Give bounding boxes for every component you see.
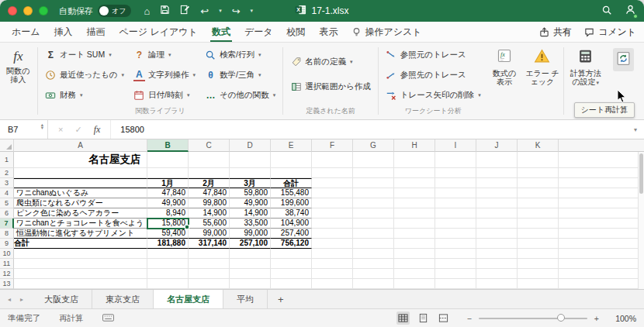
cell-K3[interactable] (518, 178, 559, 188)
math-trig-button[interactable]: θ数学/三角▾ (200, 67, 280, 84)
tab-page-layout[interactable]: ページ レイアウト (113, 22, 205, 42)
show-formulas-button[interactable]: fx 数式の表示 (486, 43, 524, 119)
account-button[interactable] (625, 4, 636, 18)
cell-H13[interactable] (394, 279, 435, 289)
name-box-stepper[interactable]: ▴▾ (41, 123, 43, 129)
cell-D4[interactable]: 59,800 (230, 188, 271, 198)
cell-E10[interactable] (271, 249, 312, 259)
cell-B12[interactable] (147, 269, 189, 279)
zoom-percentage[interactable]: 100% (607, 314, 636, 323)
cell-H5[interactable] (394, 198, 435, 208)
cell-K8[interactable] (518, 229, 559, 239)
cell-K9[interactable] (518, 239, 559, 249)
zoom-slider-knob[interactable] (557, 314, 565, 322)
trace-dependents-button[interactable]: 参照先のトレース (381, 67, 486, 84)
cell-D8[interactable]: 99,000 (230, 229, 271, 239)
row-header-7[interactable]: 7 (0, 219, 14, 229)
trace-precedents-button[interactable]: 参照元のトレース (381, 46, 486, 64)
column-header-H[interactable]: H (394, 139, 435, 152)
cell-H11[interactable] (394, 259, 435, 269)
cell-C5[interactable]: 99,800 (189, 198, 230, 208)
cell-D9[interactable]: 257,100 (230, 239, 271, 249)
column-header-I[interactable]: I (435, 139, 476, 152)
cell-G5[interactable] (353, 198, 394, 208)
name-box[interactable]: B7 ▴▾ (0, 120, 48, 139)
enter-button[interactable]: ✓ (74, 125, 81, 135)
cell-H6[interactable] (394, 208, 435, 219)
tab-tell-me[interactable]: 操作アシスト (345, 22, 428, 42)
create-from-selection-button[interactable]: 選択範囲から作成 (286, 77, 376, 95)
insert-function-fx-button[interactable]: fx (94, 123, 101, 136)
cell-D11[interactable] (230, 259, 271, 269)
cell-I2[interactable] (435, 168, 476, 178)
datetime-button[interactable]: 日付/時刻▾ (129, 87, 200, 105)
financial-button[interactable]: 財務▾ (40, 87, 129, 105)
cell-D1[interactable] (230, 152, 271, 168)
cell-J12[interactable] (476, 269, 518, 279)
cell-F5[interactable] (312, 198, 353, 208)
cell-B2[interactable] (147, 168, 189, 178)
status-calculate[interactable]: 再計算 (59, 313, 84, 324)
cell-H4[interactable] (394, 188, 435, 198)
cancel-button[interactable]: × (58, 125, 63, 134)
cell-K7[interactable] (518, 219, 559, 229)
cell-H7[interactable] (394, 219, 435, 229)
cell-K12[interactable] (518, 269, 559, 279)
cell-J4[interactable] (476, 188, 518, 198)
remove-arrows-button[interactable]: トレース矢印の削除▾ (381, 87, 486, 105)
cell-B10[interactable] (147, 249, 189, 259)
row-header-1[interactable]: 1 (0, 152, 14, 168)
cell-G10[interactable] (353, 249, 394, 259)
cell-C7[interactable]: 55,600 (189, 219, 230, 229)
sheet-tab-tokyo[interactable]: 東京支店 (92, 290, 154, 308)
cell-H2[interactable] (394, 168, 435, 178)
cell-C2[interactable] (189, 168, 230, 178)
cell-F2[interactable] (312, 168, 353, 178)
cell-A4[interactable]: ワニchanぬいぐるみ (14, 188, 147, 198)
cell-H3[interactable] (394, 178, 435, 188)
cell-F9[interactable] (312, 239, 353, 249)
minimize-window-button[interactable] (23, 6, 33, 15)
error-check-button[interactable]: エラー チェック (524, 43, 562, 119)
cell-B4[interactable]: 47,840 (147, 188, 189, 198)
cell-A12[interactable] (14, 269, 147, 279)
cell-E11[interactable] (271, 259, 312, 269)
cell-E1[interactable] (271, 152, 312, 168)
cell-I10[interactable] (435, 249, 476, 259)
cell-J3[interactable] (476, 178, 518, 188)
cell-E4[interactable]: 155,480 (271, 188, 312, 198)
cell-F1[interactable] (312, 152, 353, 168)
cell-I9[interactable] (435, 239, 476, 249)
cell-G2[interactable] (353, 168, 394, 178)
cell-J6[interactable] (476, 208, 518, 219)
cell-K2[interactable] (518, 168, 559, 178)
cell-E6[interactable]: 38,740 (271, 208, 312, 219)
cell-G12[interactable] (353, 269, 394, 279)
prev-sheet-button[interactable]: ◂ (8, 296, 11, 303)
cell-J13[interactable] (476, 279, 518, 289)
cell-G9[interactable] (353, 239, 394, 249)
column-header-J[interactable]: J (476, 139, 518, 152)
cell-K4[interactable] (518, 188, 559, 198)
search-button[interactable] (601, 5, 612, 18)
save-button[interactable] (160, 5, 170, 17)
cell-G7[interactable] (353, 219, 394, 229)
cell-G1[interactable] (353, 152, 394, 168)
normal-view-button[interactable] (396, 312, 410, 325)
sheet-tab-average[interactable]: 平均 (223, 290, 268, 308)
row-header-8[interactable]: 8 (0, 229, 14, 239)
cell-A9[interactable]: 合計 (14, 239, 147, 249)
cell-D13[interactable] (230, 279, 271, 289)
cell-H12[interactable] (394, 269, 435, 279)
cell-F8[interactable] (312, 229, 353, 239)
cell-I3[interactable] (435, 178, 476, 188)
tab-insert[interactable]: 挿入 (47, 22, 80, 42)
cell-J2[interactable] (476, 168, 518, 178)
cell-F3[interactable] (312, 178, 353, 188)
autosave-toggle[interactable]: オフ (98, 5, 131, 17)
cell-C11[interactable] (189, 259, 230, 269)
sheet-tab-osaka[interactable]: 大阪支店 (31, 290, 92, 308)
cell-C6[interactable]: 14,900 (189, 208, 230, 219)
add-sheet-button[interactable]: + (268, 290, 294, 308)
cell-J1[interactable] (476, 152, 518, 168)
